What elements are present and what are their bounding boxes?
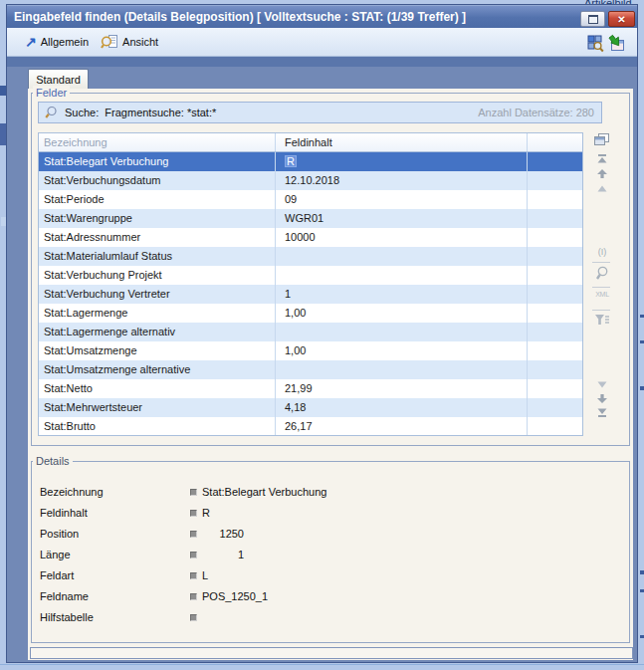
- cell-feldinhalt[interactable]: [276, 247, 528, 266]
- cell-bezeichnung[interactable]: Stat:Adressnummer: [39, 228, 276, 247]
- cell-extra[interactable]: [528, 228, 582, 247]
- copy-icon: [594, 133, 610, 146]
- search-icon: [44, 106, 58, 119]
- cell-extra[interactable]: [528, 247, 582, 266]
- table-row[interactable]: Stat:Umsatzmenge alternative: [39, 360, 582, 379]
- cell-extra[interactable]: [528, 341, 582, 360]
- cell-bezeichnung[interactable]: Stat:Brutto: [39, 417, 276, 436]
- search-bar[interactable]: Suche: Fragmentsuche: *stat:* Anzahl Dat…: [38, 102, 602, 123]
- cell-extra[interactable]: [528, 360, 582, 379]
- cell-feldinhalt[interactable]: [276, 360, 528, 379]
- title-bar[interactable]: Eingabefeld finden (Details Belegpositio…: [7, 5, 637, 28]
- cell-bezeichnung[interactable]: Stat:Umsatzmenge: [39, 341, 276, 360]
- detail-label: Länge: [40, 549, 71, 560]
- table-row[interactable]: Stat:Belegart Verbuchung R: [39, 152, 582, 171]
- cell-feldinhalt[interactable]: 1: [276, 285, 528, 304]
- dialog-content: Felder Suche: Fragmentsuche: *stat:* Anz…: [28, 89, 633, 660]
- cell-extra[interactable]: [528, 209, 582, 228]
- cell-feldinhalt[interactable]: [276, 323, 528, 341]
- field-table: Bezeichnung Feldinhalt Stat:Belegart Ver…: [38, 132, 583, 436]
- cell-bezeichnung[interactable]: Stat:Warengruppe: [39, 209, 276, 228]
- table-row[interactable]: Stat:Warengruppe WGR01: [39, 209, 582, 228]
- cell-extra[interactable]: [528, 266, 582, 285]
- cell-extra[interactable]: [528, 304, 582, 323]
- restore-icon: [588, 15, 598, 24]
- arrow-up-icon: [596, 168, 608, 179]
- page-down-button[interactable]: [590, 380, 614, 389]
- table-row[interactable]: Stat:Netto 21,99: [39, 379, 582, 398]
- cell-bezeichnung[interactable]: Stat:Belegart Verbuchung: [39, 152, 276, 171]
- record-count-label: Anzahl Datensätze: 280: [478, 107, 594, 118]
- cell-extra[interactable]: [528, 285, 582, 304]
- cell-extra[interactable]: [528, 379, 582, 398]
- table-row[interactable]: Stat:Lagermenge 1,00: [39, 304, 582, 323]
- page-up-button[interactable]: [590, 184, 614, 193]
- detail-row: Bezeichnung Stat:Belegart Verbuchung: [32, 486, 629, 500]
- cell-extra[interactable]: [528, 417, 582, 436]
- filter-button[interactable]: [590, 314, 614, 326]
- xml-export-button[interactable]: XML: [590, 291, 614, 298]
- cell-bezeichnung[interactable]: Stat:Verbuchung Vertreter: [39, 285, 276, 304]
- cell-feldinhalt[interactable]: 21,99: [276, 379, 528, 398]
- close-button[interactable]: ✕: [608, 11, 635, 27]
- cell-bezeichnung[interactable]: Stat:Umsatzmenge alternative: [39, 360, 276, 379]
- table-row[interactable]: Stat:Verbuchung Projekt: [39, 266, 582, 285]
- grid-search-button[interactable]: [586, 33, 604, 53]
- cell-feldinhalt[interactable]: 09: [276, 190, 528, 209]
- cell-feldinhalt[interactable]: [276, 266, 528, 285]
- cell-feldinhalt[interactable]: 26,17: [276, 417, 528, 436]
- cell-extra[interactable]: [528, 152, 582, 171]
- cell-extra[interactable]: [528, 398, 582, 417]
- cell-bezeichnung[interactable]: Stat:Mehrwertsteuer: [39, 398, 276, 417]
- table-row[interactable]: Stat:Lagermenge alternativ: [39, 323, 582, 341]
- detail-value: Stat:Belegart Verbuchung: [202, 486, 326, 498]
- scroll-to-top-button[interactable]: [590, 153, 614, 164]
- detail-label: Bezeichnung: [40, 486, 104, 498]
- cell-feldinhalt[interactable]: 12.10.2018: [276, 171, 528, 190]
- cell-bezeichnung[interactable]: Stat:Verbuchungsdatum: [39, 171, 276, 190]
- column-header-bezeichnung[interactable]: Bezeichnung: [39, 133, 276, 151]
- background-fragment: [640, 386, 644, 390]
- cell-bezeichnung[interactable]: Stat:Netto: [39, 379, 276, 398]
- column-header-extra[interactable]: [528, 133, 582, 151]
- table-row[interactable]: Stat:Mehrwertsteuer 4,18: [39, 398, 582, 417]
- cell-bezeichnung[interactable]: Stat:Lagermenge alternativ: [39, 323, 276, 341]
- cell-feldinhalt[interactable]: 1,00: [276, 341, 528, 360]
- apply-button[interactable]: [607, 33, 626, 53]
- table-row[interactable]: Stat:Umsatzmenge 1,00: [39, 341, 582, 360]
- record-bounds-button[interactable]: (I): [590, 247, 614, 257]
- cell-bezeichnung[interactable]: Stat:Materialumlauf Status: [39, 247, 276, 266]
- cell-extra[interactable]: [528, 171, 582, 190]
- copy-table-button[interactable]: [590, 133, 614, 146]
- bullet-separator-icon: [190, 552, 197, 558]
- cell-feldinhalt[interactable]: WGR01: [276, 209, 528, 228]
- toolbar-label: Ansicht: [122, 36, 158, 48]
- table-row[interactable]: Stat:Brutto 26,17: [39, 417, 582, 436]
- cell-bezeichnung[interactable]: Stat:Periode: [39, 190, 276, 209]
- cell-extra[interactable]: [528, 323, 582, 341]
- table-row[interactable]: Stat:Verbuchung Vertreter 1: [39, 285, 582, 304]
- move-up-button[interactable]: [590, 168, 614, 179]
- table-row[interactable]: Stat:Materialumlauf Status: [39, 247, 582, 266]
- cell-extra[interactable]: [528, 190, 582, 209]
- zoom-record-button[interactable]: [590, 266, 614, 281]
- cell-bezeichnung[interactable]: Stat:Lagermenge: [39, 304, 276, 323]
- move-down-button[interactable]: [590, 393, 614, 404]
- parentheses-icon: (I): [598, 247, 607, 257]
- toolbar-item-allgemein[interactable]: ↗ Allgemein: [25, 36, 89, 48]
- table-row[interactable]: Stat:Periode 09: [39, 190, 582, 209]
- table-row[interactable]: Stat:Verbuchungsdatum 12.10.2018: [39, 171, 582, 190]
- cell-feldinhalt[interactable]: 4,18: [276, 398, 528, 417]
- column-header-feldinhalt[interactable]: Feldinhalt: [276, 133, 528, 151]
- background-fragment: [640, 570, 644, 574]
- detail-value: R: [202, 507, 210, 519]
- cell-feldinhalt[interactable]: R: [276, 152, 528, 171]
- table-row[interactable]: Stat:Adressnummer 10000: [39, 228, 582, 247]
- cell-feldinhalt[interactable]: 1,00: [276, 304, 528, 323]
- cell-feldinhalt[interactable]: 10000: [276, 228, 528, 247]
- cell-bezeichnung[interactable]: Stat:Verbuchung Projekt: [39, 266, 276, 285]
- scroll-to-bottom-button[interactable]: [590, 407, 614, 418]
- restore-button[interactable]: [580, 11, 605, 27]
- toolbar-item-ansicht[interactable]: Ansicht: [101, 34, 158, 50]
- bullet-separator-icon: [190, 593, 197, 600]
